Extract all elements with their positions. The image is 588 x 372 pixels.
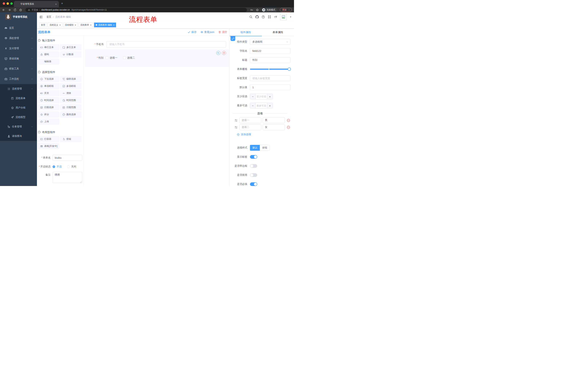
font-size-icon[interactable]: TT [274,15,277,19]
tab-component-props[interactable]: 组件属性 [230,29,262,36]
sidebar-item-流程管理[interactable]: 流程管理 [0,84,37,94]
sidebar-item-工作流程[interactable]: 工作流程 [0,74,37,84]
component-item-级联选择[interactable]: 级联选择 [60,76,82,82]
hamburger-fold-icon[interactable] [40,15,43,19]
slider-thumb[interactable] [288,67,291,71]
grid-slider[interactable] [250,66,290,72]
switch-是否禁用[interactable] [250,173,257,177]
switch-是否带边框[interactable] [250,164,257,168]
sidebar-item-首页[interactable]: 首页 [0,23,37,33]
sidebar-item-任务管理[interactable]: 任务管理 [0,122,37,131]
update-button[interactable]: 更新 [280,8,292,12]
fullscreen-icon[interactable] [268,15,271,19]
option-name-input[interactable] [239,117,261,123]
sidebar-item-基础设施[interactable]: 基础设施 [0,53,37,64]
minus-button[interactable] [250,94,256,99]
min-checked-input[interactable] [256,94,267,99]
breadcrumb-home[interactable]: 首页 [46,15,51,19]
option-style-默认[interactable]: 默认 [250,145,260,151]
component-item-上传[interactable]: 上传 [38,118,59,125]
checkbox[interactable] [106,57,108,59]
browser-tab[interactable]: 芋道管理系统 × [14,1,59,7]
tag-首页[interactable]: 首页 [39,22,47,27]
tag-close-icon[interactable] [90,24,92,26]
form-name-input[interactable] [52,155,82,161]
github-icon[interactable] [255,15,259,19]
component-item-时间选择[interactable]: 时间选择 [38,97,59,103]
plus-button[interactable] [267,94,273,99]
tag-流程表单[interactable]: 流程表单 [79,22,93,27]
tag-close-icon[interactable] [75,24,76,26]
sidebar-item-系统管理[interactable]: 系统管理 [0,33,37,43]
reload-icon[interactable] [13,8,17,11]
component-item-密码[interactable]: 密码 [38,51,59,57]
field-name-input[interactable] [250,48,290,54]
option-value-input[interactable] [263,124,285,130]
option-value-input[interactable] [263,117,285,123]
component-item-下拉选择[interactable]: 下拉选择 [38,76,59,82]
new-tab-button[interactable]: + [61,2,63,5]
component-item-表格[开发中][interactable]: 表格[开发中] [38,143,59,149]
label-width-input[interactable] [250,75,290,81]
radio-on-label[interactable]: 开启 [57,165,62,168]
component-item-单选框组[interactable]: 单选框组 [38,83,59,89]
component-item-滑块[interactable]: 滑块 [60,90,82,96]
checkbox-option-选项二[interactable]: 选项二 [123,56,135,60]
minus-button[interactable] [250,103,256,108]
minimize-window-button[interactable] [7,2,9,5]
component-item-行容器[interactable]: 行容器 [38,136,59,142]
default-value-input[interactable] [250,85,290,90]
radio-off-label[interactable]: 关闭 [71,165,76,168]
component-item-评分[interactable]: 评分 [38,111,59,117]
zoom-window-button[interactable] [10,2,13,5]
max-checked-input[interactable] [256,103,267,108]
sidebar-item-流程表单[interactable]: 流程表单 [0,94,37,103]
copy-component-button[interactable] [216,51,220,55]
bookmark-star-icon[interactable] [256,8,259,11]
tag-流程模型[interactable]: 流程模型 [63,22,78,27]
browser-menu-dots-icon[interactable] [288,9,290,11]
help-icon[interactable] [262,15,265,19]
tag-流程定义[interactable]: 流程定义 [48,22,63,27]
forward-icon[interactable] [8,8,11,11]
remark-textarea[interactable]: 嘿嘿 [52,172,82,183]
sidebar-item-支付管理[interactable]: ¥支付管理 [0,43,37,53]
password-key-icon[interactable] [250,8,253,11]
close-window-button[interactable] [3,2,5,5]
radio-on[interactable] [52,165,55,168]
tab-close-icon[interactable]: × [55,2,57,6]
switch-是否必填[interactable] [250,182,257,186]
component-item-按钮[interactable]: 按钮 [60,136,82,142]
component-item-开关[interactable]: 开关 [38,90,59,96]
remove-option-button[interactable] [287,119,290,122]
resize-handle[interactable] [80,181,82,183]
tab-form-props[interactable]: 表单属性 [262,29,294,36]
component-item-单行文本[interactable]: 单行文本 [38,44,59,50]
title-input[interactable] [250,57,290,63]
home-icon[interactable] [19,8,22,11]
search-icon[interactable] [249,15,252,19]
component-item-日期范围[interactable]: 日期范围 [60,104,82,110]
tag-close-icon[interactable] [113,24,115,26]
option-style-按钮[interactable]: 按钮 [260,145,270,151]
switch-显示标签[interactable] [250,155,257,159]
clear-button[interactable]: 清空 [218,30,227,34]
component-type-select[interactable]: 多选框组 [250,39,290,45]
component-item-多行文本[interactable]: 多行文本 [60,44,82,50]
sidebar-item-请假查询[interactable]: 请假查询 [0,131,37,141]
remove-option-button[interactable] [287,126,290,129]
checkbox[interactable] [123,57,126,59]
sidebar-item-用户分组[interactable]: 用户分组 [0,103,37,112]
back-icon[interactable] [2,8,5,11]
plus-button[interactable] [267,103,273,108]
sidebar-item-研发工具[interactable]: 研发工具 [0,64,37,74]
radio-off[interactable] [67,165,70,168]
component-item-日期选择[interactable]: 日期选择 [38,104,59,110]
delete-component-button[interactable] [222,51,226,55]
sidebar-item-流程模型[interactable]: 流程模型 [0,112,37,122]
save-button[interactable]: 保存 [188,30,197,34]
component-item-计数器[interactable]: 123计数器 [60,51,82,57]
address-bar[interactable]: 不安全 dashboard.yudao.iocoder.cn/bpm/manag… [25,8,247,12]
link-tag[interactable] [231,36,235,41]
checkbox-option-选项一[interactable]: 选项一 [106,56,117,60]
